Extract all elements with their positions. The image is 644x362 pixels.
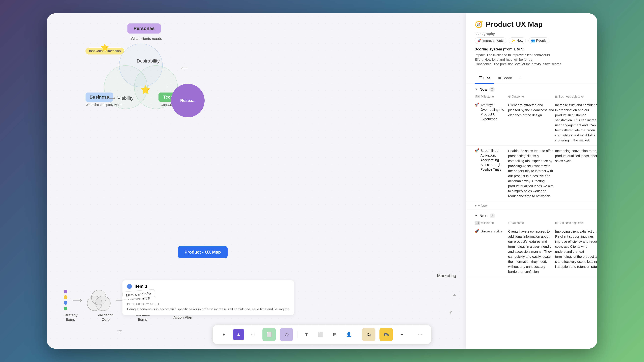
aa-icon-2: Aa: [474, 221, 480, 225]
more-tool-button[interactable]: ···: [415, 330, 425, 340]
circles-icon: ⬭: [284, 332, 289, 337]
people-icon: 👥: [531, 38, 535, 42]
next-business-obj-text-1: Improving client satisfaction. Re client…: [555, 229, 597, 269]
board-tab-icon: ⊞: [498, 76, 501, 80]
outcome-icon: ⊙: [508, 95, 511, 98]
item3-title: Item 3: [134, 284, 147, 289]
tab-list[interactable]: ☰ List: [474, 73, 494, 84]
cursor-indicator: ☞: [117, 328, 122, 335]
table-row[interactable]: 🚀 Discoverability Clients have easy acce…: [466, 226, 597, 277]
milestone-cell-1: 🚀 Amethyst: Overhauling the Product UI E…: [474, 103, 508, 121]
next-count: 2: [490, 214, 495, 218]
business-obj-text-1: Increase trust and confidence in organis…: [555, 103, 597, 143]
add-tool-button[interactable]: +: [397, 330, 407, 340]
tags-row: 🚀 Improvements ✨ New 👥 People: [474, 37, 589, 44]
arrow-down-icon: ↓: [146, 35, 148, 40]
research-circle[interactable]: Resea...: [171, 84, 204, 117]
avatar-tool-button[interactable]: 👤: [344, 330, 354, 340]
milestone-text-2: Streamlined Activation: Accelerating Sal…: [480, 148, 508, 172]
right-panel: 🧭 Product UX Map Iconography 🚀 Improveme…: [466, 13, 597, 349]
next-label: Next: [480, 214, 488, 218]
dot-tool-button[interactable]: [219, 330, 229, 340]
scoring-impact: Impact: The likelihood to improve client…: [474, 53, 589, 57]
milestone-emoji-2: 🚀: [474, 148, 479, 153]
arrow-right-icon: ⟶: [109, 95, 116, 101]
sticker-icon: 🗂: [366, 332, 371, 337]
milestone-col-header: Aa Milestone: [474, 95, 508, 98]
iconography-label: Iconography: [474, 32, 589, 36]
item3-card[interactable]: Item 3 ITEM Self Service Beneficiary nee…: [122, 280, 294, 315]
panel-tabs: ☰ List ⊞ Board +: [466, 73, 597, 84]
pen-icon: ✏: [252, 332, 255, 337]
new-label: + New: [478, 204, 488, 208]
text-tool-button[interactable]: T: [302, 330, 312, 340]
panel-icon: 🧭: [474, 20, 483, 28]
beneficiary-label: Beneficiary need: [127, 303, 289, 306]
tag-improvements[interactable]: 🚀 Improvements: [474, 37, 506, 44]
list-tab-icon: ☰: [479, 76, 482, 80]
toolbar-separator-3: [411, 331, 411, 338]
viability-label: Viability: [118, 95, 134, 101]
panel-header: 🧭 Product UX Map Iconography 🚀 Improveme…: [466, 13, 597, 73]
shape-icon: ⬜: [266, 332, 272, 337]
what-company-label: What the company want: [86, 103, 122, 107]
add-tab-button[interactable]: +: [516, 73, 524, 83]
desirability-label: Desirability: [137, 58, 160, 64]
arrow-left-icon: ⟵: [181, 65, 188, 71]
dot-purple: [64, 290, 68, 293]
milestone-emoji-1: 🚀: [474, 103, 479, 107]
scoring-section: Scoring system (from 1 to 5) Impact: The…: [474, 47, 589, 66]
table-row[interactable]: 🚀 Amethyst: Overhauling the Product UI E…: [466, 100, 597, 146]
frame-tool-button[interactable]: ⬜: [316, 330, 326, 340]
sparkle-icon: ✨: [511, 38, 516, 42]
bottom-toolbar: ▲ ✏ ⬜ ⬭ T ⬜ ⊞ 👤 🗂 🎮 + ···: [213, 325, 431, 344]
next-milestone-emoji-1: 🚀: [474, 229, 479, 233]
tab-board[interactable]: ⊞ Board: [494, 73, 516, 84]
business-obj-text-2: Increasing conversion rates, ge product-…: [555, 148, 597, 163]
rocket-icon: 🚀: [477, 38, 481, 42]
panel-title: Product UX Map: [486, 20, 543, 28]
table-header: Aa Milestone ⊙ Outcome ⊞ Business object…: [466, 93, 597, 100]
strategy-items: [64, 290, 68, 310]
cursor-tool-button[interactable]: ▲: [233, 329, 244, 340]
new-item-button[interactable]: + + New: [466, 201, 597, 210]
cursor-icon: ▲: [236, 332, 241, 337]
collapse-next-icon[interactable]: ▼: [474, 214, 478, 218]
outcome-col-header: ⊙ Outcome: [508, 95, 555, 98]
product-ux-map-button[interactable]: Product - UX Map: [178, 246, 228, 258]
aa-icon: Aa: [474, 95, 480, 98]
validation-core: [87, 290, 110, 310]
stickers-tool-button[interactable]: 🗂: [362, 328, 376, 341]
table-tool-button[interactable]: ⊞: [330, 330, 340, 340]
apps-tool-button[interactable]: 🎮: [380, 328, 393, 341]
pen-tool-button[interactable]: ✏: [248, 330, 258, 340]
marketing-label: Marketing: [437, 273, 456, 278]
personas-box[interactable]: Personas: [128, 23, 161, 33]
now-section-header: ▼ Now 2: [466, 84, 597, 93]
next-table-header: Aa Milestone ⊙ Outcome ⊞ Business object…: [466, 220, 597, 226]
tag-people[interactable]: 👥 People: [528, 37, 549, 44]
next-section-header: ▼ Next 2: [466, 210, 597, 220]
next-outcome-col: ⊙ Outcome: [508, 221, 555, 225]
business-obj-col-header: ⊞ Business objective: [555, 95, 597, 98]
business-obj-icon-2: ⊞: [555, 221, 558, 225]
tag-new[interactable]: ✨ New: [509, 37, 526, 44]
next-milestone-cell-1: 🚀 Discoverability: [474, 229, 508, 234]
center-star-icon: ⭐: [140, 85, 150, 94]
table-row[interactable]: 🚀 Streamlined Activation: Accelerating S…: [466, 146, 597, 201]
collapse-now-icon[interactable]: ▼: [474, 88, 478, 91]
circles-tool-button[interactable]: ⬭: [280, 328, 293, 341]
main-window: Personas What clients needs ↓ Innovation…: [47, 13, 597, 349]
shape-tool-button[interactable]: ⬜: [262, 328, 276, 341]
apps-icon: 🎮: [384, 332, 389, 337]
scoring-effort: Effort: How long and hard will be for us: [474, 58, 589, 61]
dot-blue: [64, 301, 68, 305]
milestone-cell-2: 🚀 Streamlined Activation: Accelerating S…: [474, 148, 508, 172]
arrow-up-icon: ↑: [166, 84, 168, 89]
now-label: Now: [480, 87, 487, 92]
validation-core-label: Validation Core: [94, 313, 118, 322]
outcome-icon-2: ⊙: [508, 221, 511, 225]
next-milestone-col: Aa Milestone: [474, 221, 508, 225]
milestone-text-1: Amethyst: Overhauling the Product UI Exp…: [480, 103, 508, 121]
now-count: 2: [489, 87, 494, 92]
